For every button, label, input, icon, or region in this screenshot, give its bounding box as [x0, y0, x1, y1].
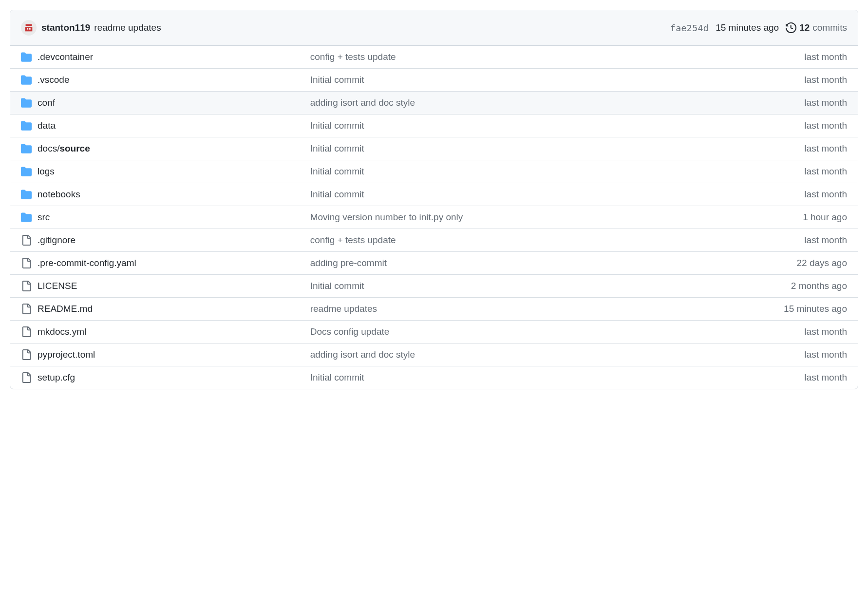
- file-commit-message-link[interactable]: Initial commit: [310, 75, 798, 85]
- folder-icon: [21, 189, 38, 200]
- latest-commit-meta: fae254d 15 minutes ago 12 commits: [670, 22, 847, 33]
- file-name: README.md: [38, 304, 93, 314]
- commit-sha-link[interactable]: fae254d: [670, 23, 709, 33]
- file-commit-message-link[interactable]: Initial commit: [310, 281, 784, 291]
- file-commit-time: last month: [797, 372, 847, 383]
- commits-label: commits: [812, 22, 847, 33]
- file-row: README.mdreadme updates15 minutes ago: [10, 297, 858, 320]
- file-name-link[interactable]: LICENSE: [38, 281, 310, 291]
- file-icon: [21, 349, 38, 360]
- file-name: pyproject.toml: [38, 349, 95, 360]
- folder-icon: [21, 97, 38, 108]
- file-commit-time: 22 days ago: [790, 258, 847, 268]
- file-icon: [21, 372, 38, 383]
- file-row: .gitignoreconfig + tests updatelast mont…: [10, 229, 858, 251]
- file-row: pyproject.tomladding isort and doc style…: [10, 343, 858, 366]
- file-icon: [21, 281, 38, 291]
- file-row: LICENSEInitial commit2 months ago: [10, 274, 858, 297]
- file-name-link[interactable]: .pre-commit-config.yaml: [38, 258, 310, 268]
- file-name-link[interactable]: docs/source: [38, 143, 310, 154]
- file-name-link[interactable]: conf: [38, 97, 310, 108]
- file-commit-message-link[interactable]: Initial commit: [310, 189, 798, 200]
- file-row: logsInitial commitlast month: [10, 160, 858, 183]
- file-name-link[interactable]: data: [38, 120, 310, 131]
- file-row: dataInitial commitlast month: [10, 114, 858, 137]
- file-commit-time: last month: [797, 166, 847, 177]
- file-commit-time: last month: [797, 189, 847, 200]
- file-commit-message-link[interactable]: Initial commit: [310, 166, 798, 177]
- file-browser: stanton119 readme updates fae254d 15 min…: [10, 10, 858, 389]
- file-name-link[interactable]: .gitignore: [38, 235, 310, 246]
- svg-rect-0: [26, 24, 32, 26]
- file-commit-message-link[interactable]: config + tests update: [310, 52, 798, 62]
- folder-icon: [21, 120, 38, 131]
- file-commit-message-link[interactable]: readme updates: [310, 304, 777, 314]
- file-commit-time: 15 minutes ago: [777, 304, 847, 314]
- file-row: notebooksInitial commitlast month: [10, 183, 858, 206]
- file-icon: [21, 326, 38, 337]
- file-name-link[interactable]: pyproject.toml: [38, 349, 310, 360]
- file-name: mkdocs.yml: [38, 326, 86, 337]
- file-icon: [21, 258, 38, 268]
- file-name-link[interactable]: README.md: [38, 304, 310, 314]
- file-name: .devcontainer: [38, 52, 93, 62]
- file-commit-message-link[interactable]: config + tests update: [310, 235, 798, 246]
- file-commit-message-link[interactable]: adding isort and doc style: [310, 349, 798, 360]
- file-row: confadding isort and doc stylelast month: [10, 91, 858, 114]
- history-icon: [786, 22, 796, 33]
- file-name: logs: [38, 166, 55, 176]
- folder-icon: [21, 212, 38, 223]
- file-commit-message-link[interactable]: Moving version number to init.py only: [310, 212, 796, 223]
- file-commit-time: last month: [797, 75, 847, 85]
- file-commit-time: last month: [797, 52, 847, 62]
- avatar-icon: [23, 22, 34, 33]
- file-name: .gitignore: [38, 235, 75, 245]
- file-name-link[interactable]: mkdocs.yml: [38, 326, 310, 337]
- file-commit-time: last month: [797, 120, 847, 131]
- file-name-link[interactable]: src: [38, 212, 310, 223]
- latest-commit-summary: stanton119 readme updates: [41, 22, 161, 33]
- svg-rect-1: [25, 27, 33, 31]
- file-name-link[interactable]: .vscode: [38, 75, 310, 85]
- commits-history-link[interactable]: 12 commits: [786, 22, 847, 33]
- folder-icon: [21, 166, 38, 177]
- file-row: srcMoving version number to init.py only…: [10, 206, 858, 229]
- commit-relative-time: 15 minutes ago: [716, 22, 779, 33]
- file-name-link[interactable]: setup.cfg: [38, 372, 310, 383]
- file-commit-message-link[interactable]: Initial commit: [310, 143, 798, 154]
- file-name: setup.cfg: [38, 372, 75, 382]
- avatar[interactable]: [21, 20, 37, 36]
- file-name: conf: [38, 97, 55, 108]
- file-row: .vscodeInitial commitlast month: [10, 68, 858, 91]
- file-commit-time: 1 hour ago: [796, 212, 847, 223]
- commit-author-link[interactable]: stanton119: [41, 22, 90, 33]
- file-name: .pre-commit-config.yaml: [38, 258, 136, 268]
- file-commit-message-link[interactable]: Initial commit: [310, 120, 798, 131]
- file-name: source: [59, 143, 90, 153]
- file-row: setup.cfgInitial commitlast month: [10, 366, 858, 389]
- file-commit-message-link[interactable]: adding pre-commit: [310, 258, 790, 268]
- folder-icon: [21, 143, 38, 154]
- file-name: LICENSE: [38, 281, 77, 291]
- file-name-link[interactable]: notebooks: [38, 189, 310, 200]
- file-row: .pre-commit-config.yamladding pre-commit…: [10, 251, 858, 274]
- file-name: .vscode: [38, 75, 69, 85]
- file-commit-time: last month: [797, 235, 847, 246]
- file-name: src: [38, 212, 50, 222]
- file-row: mkdocs.ymlDocs config updatelast month: [10, 320, 858, 343]
- file-path-prefix: docs/: [38, 143, 59, 153]
- file-icon: [21, 304, 38, 314]
- folder-icon: [21, 75, 38, 85]
- svg-rect-3: [29, 28, 31, 30]
- commit-message-link[interactable]: readme updates: [94, 22, 161, 33]
- file-commit-message-link[interactable]: Docs config update: [310, 326, 798, 337]
- file-list: .devcontainerconfig + tests updatelast m…: [10, 46, 858, 389]
- file-commit-message-link[interactable]: adding isort and doc style: [310, 97, 798, 108]
- file-row: .devcontainerconfig + tests updatelast m…: [10, 46, 858, 68]
- file-name-link[interactable]: .devcontainer: [38, 52, 310, 62]
- file-commit-time: last month: [797, 143, 847, 154]
- file-name-link[interactable]: logs: [38, 166, 310, 177]
- file-commit-message-link[interactable]: Initial commit: [310, 372, 798, 383]
- file-row: docs/sourceInitial commitlast month: [10, 137, 858, 160]
- file-name: data: [38, 120, 56, 131]
